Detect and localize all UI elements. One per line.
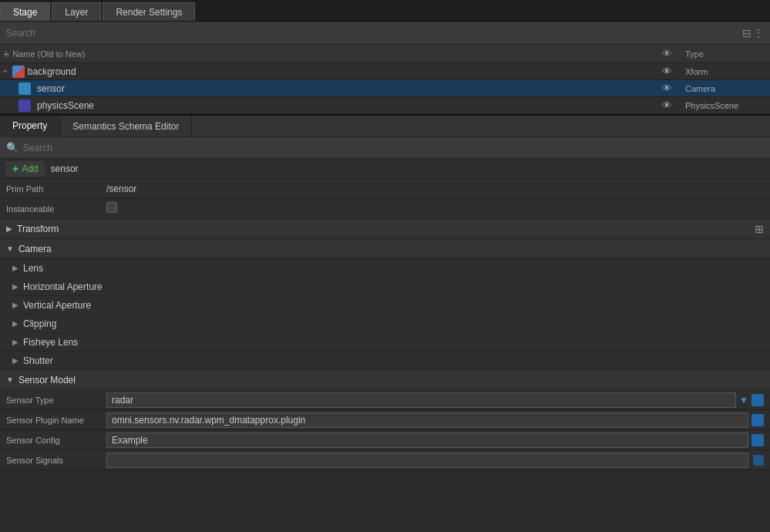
stage-table-header: + Name (Old to New) 👁 Type	[0, 45, 770, 63]
instanceable-label: Instanceable	[6, 204, 106, 214]
camera-section[interactable]: ▼ Camera	[0, 239, 770, 259]
prim-path-value: /sensor	[106, 184, 764, 194]
sensor-signals-label: Sensor Signals	[6, 456, 106, 465]
tab-semantics-schema[interactable]: Semantics Schema Editor	[60, 116, 192, 137]
sensor-config-btn[interactable]	[752, 434, 764, 446]
transform-section-title: Transform	[17, 224, 59, 234]
horiz-aperture-toggle-icon: ▶	[12, 282, 18, 291]
shutter-subsection[interactable]: ▶ Shutter	[0, 352, 770, 370]
fisheye-subsection[interactable]: ▶ Fisheye Lens	[0, 333, 770, 352]
horiz-aperture-title: Horizontal Aperture	[23, 281, 103, 292]
sensor-plugin-name-field: Sensor Plugin Name	[0, 410, 770, 430]
sensor-model-title: Sensor Model	[18, 375, 76, 386]
row-name-physics: physicsScene	[37, 100, 94, 111]
sensor-model-toggle-icon: ▼	[6, 375, 14, 384]
camera-icon	[18, 82, 31, 95]
stage-table: + background 👁 Xform sensor 👁 Camera phy…	[0, 63, 770, 116]
tab-render-settings[interactable]: Render Settings	[103, 2, 195, 21]
visibility-bg[interactable]: 👁	[651, 66, 682, 77]
instanceable-checkbox[interactable]	[106, 202, 117, 213]
transform-resize-icon: ⊞	[755, 223, 764, 235]
lens-toggle-icon: ▶	[12, 264, 18, 272]
tab-stage[interactable]: Stage	[0, 2, 50, 21]
row-name-background: background	[28, 66, 76, 77]
search-icon: 🔍	[6, 142, 18, 153]
visibility-physics[interactable]: 👁	[651, 99, 682, 111]
sensor-plugin-name-input[interactable]	[106, 412, 748, 428]
expand-icon-background[interactable]: +	[3, 67, 8, 76]
horiz-aperture-subsection[interactable]: ▶ Horizontal Aperture	[0, 278, 770, 296]
dropdown-arrow-icon: ▼	[739, 395, 748, 406]
stage-row-background[interactable]: + background 👁 Xform	[0, 63, 770, 80]
shutter-title: Shutter	[23, 355, 53, 366]
property-tab-bar: Property Semantics Schema Editor	[0, 116, 770, 137]
stage-search-bar: ⊟ ⋮	[0, 22, 770, 45]
sensor-config-input[interactable]	[106, 433, 748, 448]
prim-path-label: Prim Path	[6, 184, 106, 194]
prim-path-field: Prim Path /sensor	[0, 179, 770, 199]
lens-subsection[interactable]: ▶ Lens	[0, 259, 770, 278]
stage-search-input[interactable]	[6, 28, 739, 39]
fisheye-title: Fisheye Lens	[23, 337, 78, 348]
vert-aperture-toggle-icon: ▶	[12, 301, 18, 309]
fisheye-toggle-icon: ▶	[12, 338, 18, 346]
type-sensor: Camera	[682, 84, 767, 93]
property-search-bar: 🔍	[0, 137, 770, 159]
filter-icon[interactable]: ⊟	[742, 27, 752, 39]
instanceable-field: Instanceable	[0, 199, 770, 219]
sensor-signals-field: Sensor Signals	[0, 450, 770, 470]
tab-property[interactable]: Property	[0, 116, 60, 137]
more-icon[interactable]: ⋮	[753, 27, 764, 39]
sensor-type-label: Sensor Type	[6, 396, 106, 405]
add-icon[interactable]: +	[3, 48, 9, 60]
shutter-toggle-icon: ▶	[12, 356, 18, 365]
add-attribute-row: + Add sensor	[0, 159, 770, 179]
transform-toggle-icon: ▶	[6, 224, 12, 233]
sensor-plugin-name-label: Sensor Plugin Name	[6, 416, 106, 425]
type-bg: Xform	[682, 67, 767, 76]
visibility-col-header: 👁	[651, 48, 682, 59]
lens-title: Lens	[23, 263, 43, 274]
property-search-input[interactable]	[23, 143, 139, 153]
visibility-sensor[interactable]: 👁	[651, 82, 682, 94]
xform-icon	[12, 66, 25, 78]
property-panel: Property Semantics Schema Editor 🔍 + Add…	[0, 116, 770, 470]
add-plus-icon: +	[12, 163, 18, 175]
tab-bar: Stage Layer Render Settings	[0, 0, 770, 22]
clipping-toggle-icon: ▶	[12, 319, 18, 328]
camera-toggle-icon: ▼	[6, 244, 14, 253]
type-col-header: Type	[682, 49, 767, 59]
clipping-title: Clipping	[23, 318, 56, 329]
sensor-signals-input[interactable]	[106, 453, 748, 468]
sensor-type-btn[interactable]	[752, 394, 764, 406]
sensor-type-dropdown[interactable]: ▼	[106, 392, 764, 408]
prim-name-display: sensor	[51, 163, 79, 174]
vert-aperture-title: Vertical Aperture	[23, 300, 91, 311]
add-button[interactable]: + Add	[6, 161, 45, 177]
camera-section-title: Camera	[18, 244, 52, 254]
stage-row-sensor[interactable]: sensor 👁 Camera	[0, 80, 770, 97]
sensor-model-section[interactable]: ▼ Sensor Model	[0, 370, 770, 390]
physics-icon	[18, 99, 31, 112]
transform-section[interactable]: ▶ Transform ⊞	[0, 219, 770, 239]
type-physics: PhysicsScene	[682, 101, 767, 110]
stage-row-physics[interactable]: physicsScene 👁 PhysicsScene	[0, 97, 770, 114]
sensor-type-input[interactable]	[106, 392, 736, 408]
tab-layer[interactable]: Layer	[52, 2, 101, 21]
sensor-signals-btn[interactable]	[753, 455, 764, 466]
clipping-subsection[interactable]: ▶ Clipping	[0, 315, 770, 333]
sensor-type-field: Sensor Type ▼	[0, 390, 770, 410]
vert-aperture-subsection[interactable]: ▶ Vertical Aperture	[0, 296, 770, 315]
sensor-config-label: Sensor Config	[6, 436, 106, 445]
sensor-plugin-btn[interactable]	[752, 414, 764, 426]
sensor-config-field: Sensor Config	[0, 430, 770, 450]
row-name-sensor: sensor	[37, 83, 65, 94]
